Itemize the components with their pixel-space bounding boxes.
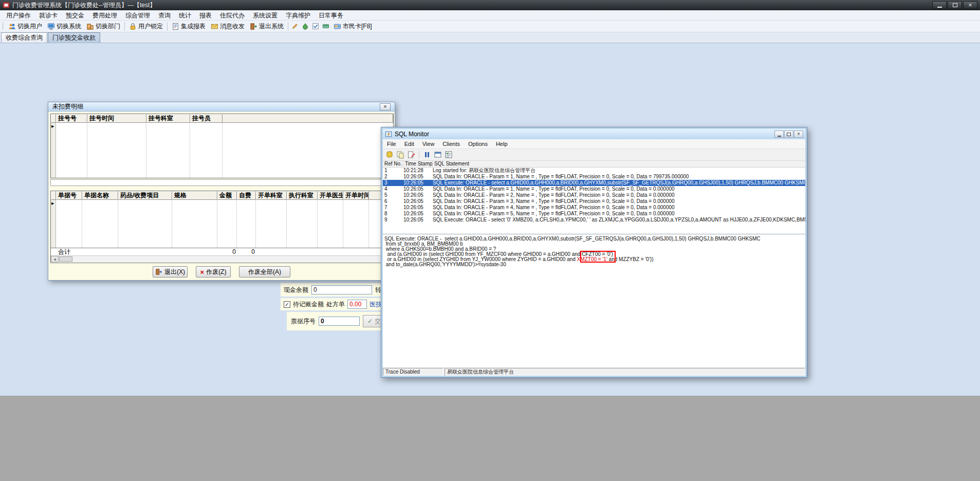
grid-column [190, 123, 223, 178]
menu-item-system-settings[interactable]: 系统设置 [249, 10, 282, 21]
menu-item-user-ops[interactable]: 用户操作 [2, 10, 35, 21]
tab-prepay-collection[interactable]: 门诊预交金收款 [48, 32, 100, 43]
pause-button[interactable] [422, 150, 432, 159]
filter-button[interactable] [444, 150, 453, 159]
maximize-button[interactable] [948, 1, 962, 9]
sql-monitor-window-controls: × [774, 131, 803, 138]
void-all-button[interactable]: 作废全部(A) [239, 266, 290, 278]
scrollbar-thumb[interactable] [59, 256, 72, 262]
menu-item-clients[interactable]: Clients [438, 139, 464, 149]
menu-item-dictionary-maintenance[interactable]: 字典维护 [282, 10, 315, 21]
user-lock-icon [129, 23, 137, 30]
toolbar-messages[interactable]: 消息收发 [208, 21, 247, 32]
toolbar-card-button[interactable] [321, 22, 331, 31]
grid-column [217, 200, 237, 248]
pay-button[interactable]: ✓ 交款( [363, 315, 381, 327]
detail-grid-body[interactable]: ▶ [51, 200, 393, 248]
void-button[interactable]: × 作废(Z) [196, 266, 231, 278]
pending-checkbox[interactable]: ✓ [284, 301, 290, 308]
sql-monitor-icon [385, 131, 392, 138]
export-button[interactable] [385, 150, 394, 159]
toolbar-integrated-reports[interactable]: 集成报表 [169, 21, 208, 32]
horizontal-scrollbar[interactable]: ◄ ► [51, 255, 393, 262]
sql-log-row-selected[interactable]: 310:26:05SQL Execute: ORACLE - select a.… [383, 180, 805, 186]
sql-log-row[interactable]: 610:26:05SQL Data In: ORACLE - Param = 3… [383, 198, 805, 205]
window-button[interactable] [433, 150, 442, 159]
menu-item-statistics[interactable]: 统计 [175, 10, 195, 21]
copy-button[interactable] [396, 150, 405, 159]
menu-item-reports[interactable]: 报表 [195, 10, 216, 21]
sql-monitor-titlebar[interactable]: SQL Monitor × [383, 129, 805, 139]
statement-cell: SQL Data In: ORACLE - Param = 3, Name = … [433, 198, 805, 205]
dialog-titlebar[interactable]: 未扣费明细 × [48, 102, 395, 112]
sql-log-row[interactable]: 810:26:05SQL Data In: ORACLE - Param = 5… [383, 211, 805, 217]
exit-button-label: 退出(X) [164, 268, 185, 276]
sql-log-row[interactable]: 410:26:05SQL Data In: ORACLE - Param = 1… [383, 186, 805, 192]
sql-log-row[interactable]: 910:26:05SQL Execute: ORACLE - select '0… [383, 217, 805, 223]
sql-log-row[interactable]: 210:26:05SQL Data In: ORACLE - Param = 1… [383, 174, 805, 180]
close-icon: × [968, 2, 972, 8]
leaf-icon [302, 23, 309, 30]
menu-item-prepay[interactable]: 预交金 [62, 10, 88, 21]
prescription-amount-input[interactable]: 0.00 [347, 300, 367, 309]
menu-item-file[interactable]: File [383, 139, 400, 149]
minimize-button[interactable] [774, 131, 784, 138]
trace-status-panel: Trace Disabled [383, 368, 443, 376]
menu-item-inpatient-agency[interactable]: 住院代办 [216, 10, 249, 21]
close-icon: × [383, 104, 386, 109]
menu-item-view[interactable]: View [418, 139, 439, 149]
toolbar-gripper[interactable] [2, 23, 4, 30]
scroll-left-button[interactable]: ◄ [51, 256, 59, 262]
menu-item-query[interactable]: 查询 [154, 10, 175, 21]
detail-grid[interactable]: 单据号 单据名称 药品/收费项目 规格 金额 自费 开单科室 执行科室 开单医生… [50, 191, 394, 263]
sql-monitor-menubar: File Edit View Clients Options Help [383, 139, 805, 149]
sql-detail-pane[interactable]: SQL Execute: ORACLE - select a.GHID00,a.… [383, 234, 805, 367]
toolbar-switch-user[interactable]: 切换用户 [6, 21, 45, 32]
close-button[interactable]: × [794, 131, 803, 138]
sql-log-row[interactable]: 110:21:28Log started for: 易联众医院信息综合管理平台 [383, 168, 805, 174]
sql-text: and MZZYBZ = '0')) [607, 256, 654, 262]
tab-fee-query[interactable]: 收费综合查询 [1, 32, 47, 43]
app-titlebar[interactable]: 门诊收费管理系统【门诊收费处--管理员】---【test】 × [0, 0, 980, 10]
sql-log-list[interactable]: Ref No. Time Stamp SQL Statement 110:21:… [383, 161, 805, 234]
menu-item-comprehensive-mgmt[interactable]: 综合管理 [121, 10, 154, 21]
toolbar-check-button[interactable] [310, 22, 321, 31]
toolbar-edit-button[interactable] [290, 22, 300, 31]
menu-item-edit[interactable]: Edit [400, 139, 418, 149]
dialog-button-bar: 退出(X) × 作废(Z) 作废全部(A) [48, 266, 395, 278]
minimize-button[interactable] [932, 1, 947, 9]
pending-amount-label: 待记账金额 [293, 300, 324, 309]
cash-balance-input[interactable]: 0 [311, 285, 372, 294]
maximize-button[interactable] [784, 131, 793, 138]
cash-suffix-label: 转 [375, 286, 381, 294]
tech-sheet-link[interactable]: 医技单 [369, 300, 381, 309]
dialog-close-button[interactable]: × [380, 103, 391, 110]
exit-button[interactable]: 退出(X) [153, 266, 188, 278]
time-cell: 10:26:05 [403, 180, 433, 186]
menu-item-help[interactable]: Help [492, 139, 512, 149]
menu-item-options[interactable]: Options [464, 139, 492, 149]
close-button[interactable]: × [963, 1, 977, 9]
registration-grid[interactable]: 挂号号 挂号时间 挂号科室 挂号员 ▶ [50, 114, 394, 178]
column-header: 开单科室 [256, 191, 287, 200]
toolbar-label: 市民卡[F8] [343, 22, 372, 31]
toolbar-exit-system[interactable]: 退出系统 [247, 21, 286, 32]
grid-column [172, 200, 217, 248]
database-icon [385, 151, 394, 159]
toolbar-user-lock[interactable]: 用户锁定 [126, 21, 165, 32]
toolbar-switch-department[interactable]: 切换部门 [84, 21, 123, 32]
receipt-number-input[interactable]: 0 [319, 317, 360, 326]
toolbar-citizen-card[interactable]: 市民卡[F8] [331, 21, 375, 32]
edit-log-button[interactable] [406, 150, 416, 159]
toolbar-clean-button[interactable] [300, 22, 310, 31]
menu-item-fee-processing[interactable]: 费用处理 [88, 10, 121, 21]
sql-log-row[interactable]: 710:26:05SQL Data In: ORACLE - Param = 4… [383, 205, 805, 211]
menu-item-daily-affairs[interactable]: 日常事务 [315, 10, 347, 21]
grid-scroll-strip[interactable] [50, 179, 394, 186]
sql-log-row[interactable]: 510:26:05SQL Data In: ORACLE - Param = 2… [383, 192, 805, 198]
message-icon [211, 23, 218, 30]
registration-grid-body[interactable]: ▶ [51, 123, 393, 178]
menu-item-visit-card[interactable]: 就诊卡 [35, 10, 62, 21]
window-controls: × [932, 1, 977, 9]
toolbar-switch-system[interactable]: 切换系统 [45, 21, 84, 32]
